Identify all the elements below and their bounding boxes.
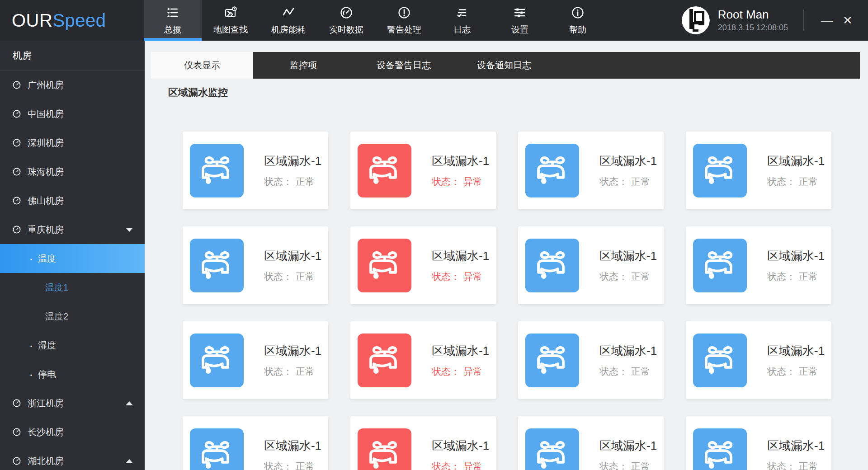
nav-item-label: 总揽 — [164, 24, 181, 36]
sidebar-item-label: 温度2 — [45, 310, 68, 323]
device-card[interactable]: 区域漏水-1 状态：异常 — [350, 416, 496, 470]
device-status: 状态：正常 — [599, 175, 657, 188]
sidebar-item-foshan[interactable]: 佛山机房 — [0, 186, 145, 215]
device-status: 状态：正常 — [767, 365, 825, 378]
faucet-icon — [525, 428, 579, 470]
sidebar-item-shenzhen[interactable]: 深圳机房 — [0, 128, 145, 157]
device-card[interactable]: 区域漏水-1 状态：正常 — [686, 416, 831, 470]
sidebar-item-label: 深圳机房 — [28, 137, 64, 149]
sidebar-item-changsha[interactable]: 长沙机房 — [0, 418, 145, 446]
device-title: 区域漏水-1 — [767, 438, 825, 454]
close-button[interactable]: ✕ — [837, 10, 858, 31]
nav-item-logs[interactable]: 日志 — [433, 0, 491, 41]
sidebar-item-zhejiang[interactable]: 浙江机房 — [0, 389, 145, 418]
device-card[interactable]: 区域漏水-1 状态：正常 — [183, 416, 328, 470]
nav-item-label: 实时数据 — [329, 24, 363, 36]
device-title: 区域漏水-1 — [599, 438, 657, 454]
device-card[interactable]: 区域漏水-1 状态：异常 — [350, 321, 496, 399]
device-card[interactable]: 区域漏水-1 状态：正常 — [518, 226, 664, 304]
minimize-button[interactable]: — — [816, 10, 837, 31]
device-title: 区域漏水-1 — [264, 248, 321, 264]
device-title: 区域漏水-1 — [432, 343, 489, 359]
device-card[interactable]: 区域漏水-1 状态：正常 — [518, 132, 664, 209]
status-value: 正常 — [631, 176, 650, 187]
nav-item-realtime-data[interactable]: 实时数据 — [317, 0, 375, 41]
device-card[interactable]: 区域漏水-1 状态：正常 — [183, 132, 328, 209]
faucet-icon — [358, 428, 411, 470]
bullet-icon: · — [29, 252, 33, 265]
sidebar-item-chongqing[interactable]: 重庆机房 — [0, 215, 145, 244]
tab-gauge-display[interactable]: 仪表显示 — [151, 52, 253, 79]
tab-label: 设备警告日志 — [377, 59, 431, 71]
sidebar-item-label: 湿度 — [38, 339, 56, 352]
sidebar-item-temperature-1[interactable]: 温度1 — [0, 273, 145, 302]
device-status: 状态：异常 — [432, 270, 489, 283]
device-card[interactable]: 区域漏水-1 状态：正常 — [518, 416, 664, 470]
sidebar-item-guangzhou[interactable]: 广州机房 — [0, 70, 145, 99]
device-card[interactable]: 区域漏水-1 状态：正常 — [183, 226, 328, 304]
sidebar-item-label: 珠海机房 — [28, 166, 64, 178]
status-value: 正常 — [799, 176, 818, 187]
nav-item-label: 地图查找 — [213, 24, 248, 36]
faucet-icon — [525, 334, 579, 387]
tab-device-alert-log[interactable]: 设备警告日志 — [354, 52, 454, 79]
user-avatar[interactable] — [682, 6, 710, 34]
faucet-icon — [525, 144, 579, 197]
device-title: 区域漏水-1 — [767, 248, 825, 264]
nav-item-map-search[interactable]: 地图查找 — [202, 0, 259, 41]
faucet-icon — [693, 428, 747, 470]
gauge-icon — [339, 5, 354, 20]
user-box: Root Man 2018.3.15 12:08:05 — ✕ — [682, 0, 868, 41]
sidebar-item-label: 广州机房 — [28, 79, 64, 91]
device-card[interactable]: 区域漏水-1 状态：异常 — [350, 132, 496, 209]
sidebar-item-temperature[interactable]: · 温度 — [0, 244, 145, 273]
window-controls-divider — [803, 10, 804, 31]
faucet-icon — [190, 144, 244, 197]
sidebar-item-china[interactable]: 中国机房 — [0, 99, 145, 128]
status-value: 正常 — [296, 176, 315, 187]
tab-monitor-items[interactable]: 监控项 — [253, 52, 354, 79]
sidebar-list: 广州机房 中国机房 深圳机房 珠海机房 佛山机房 重庆机房 · 温度 温度1 温… — [0, 70, 145, 470]
nav-item-overview[interactable]: 总揽 — [144, 0, 202, 41]
faucet-icon — [693, 144, 747, 197]
device-title: 区域漏水-1 — [767, 153, 825, 169]
sidebar-item-label: 长沙机房 — [28, 426, 64, 438]
nav-item-alert-handling[interactable]: 警告处理 — [375, 0, 433, 41]
sidebar-item-zhuhai[interactable]: 珠海机房 — [0, 157, 145, 186]
sidebar-item-temperature-2[interactable]: 温度2 — [0, 302, 145, 331]
sidebar: 机房 广州机房 中国机房 深圳机房 珠海机房 佛山机房 重庆机房 · 温度 — [0, 41, 145, 470]
sidebar-item-power-off[interactable]: · 停电 — [0, 360, 145, 389]
sidebar-item-hubei[interactable]: 湖北机房 — [0, 446, 145, 470]
sidebar-item-label: 浙江机房 — [28, 397, 64, 409]
device-status: 状态：正常 — [767, 175, 825, 188]
device-card[interactable]: 区域漏水-1 状态：正常 — [686, 226, 831, 304]
sidebar-item-label: 停电 — [38, 368, 56, 381]
status-value: 正常 — [296, 461, 315, 470]
room-gauge-icon — [12, 80, 22, 90]
status-value: 异常 — [463, 366, 482, 376]
room-gauge-icon — [12, 196, 22, 206]
sidebar-item-label: 温度1 — [45, 282, 68, 294]
nav-item-room-energy[interactable]: 机房能耗 — [259, 0, 317, 41]
list-icon — [165, 5, 180, 20]
nav-item-settings[interactable]: 设置 — [491, 0, 549, 41]
device-card[interactable]: 区域漏水-1 状态：正常 — [183, 321, 328, 399]
log-icon — [455, 5, 469, 20]
nav-item-help[interactable]: 帮助 — [549, 0, 607, 41]
alert-icon — [397, 5, 411, 20]
status-value: 正常 — [631, 271, 650, 282]
room-gauge-icon — [12, 427, 22, 437]
status-value: 正常 — [799, 271, 818, 282]
bullet-icon: · — [29, 338, 33, 352]
device-card[interactable]: 区域漏水-1 状态：正常 — [686, 132, 831, 209]
room-gauge-icon — [12, 398, 22, 408]
tab-device-notice-log[interactable]: 设备通知日志 — [454, 52, 554, 79]
device-card[interactable]: 区域漏水-1 状态：正常 — [686, 321, 831, 399]
nav-item-label: 设置 — [511, 24, 528, 36]
sidebar-item-humidity[interactable]: · 湿度 — [0, 331, 145, 360]
device-card[interactable]: 区域漏水-1 状态：异常 — [350, 226, 496, 304]
room-gauge-icon — [12, 167, 22, 177]
status-value: 正常 — [296, 366, 315, 376]
sidebar-header: 机房 — [0, 41, 145, 70]
device-card[interactable]: 区域漏水-1 状态：正常 — [518, 321, 664, 399]
